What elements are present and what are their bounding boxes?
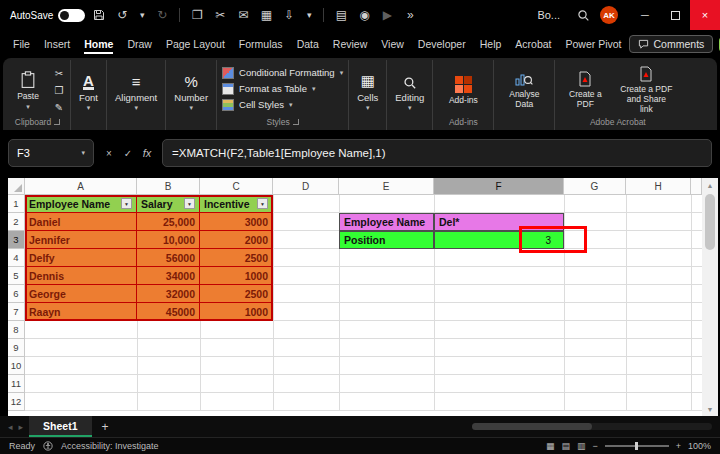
cells-area[interactable]: Employee Name ▼ Salary ▼ Incentive ▼ Dan… [25, 195, 702, 411]
cell-a7[interactable]: Raayn [25, 303, 137, 321]
cell-c7[interactable]: 1000 [200, 303, 273, 321]
horizontal-scrollbar-thumb[interactable] [472, 423, 592, 430]
toolbar-overflow-icon[interactable]: » [401, 4, 419, 26]
column-header-e[interactable]: E [339, 178, 434, 195]
qat-chevron-icon[interactable]: ▾ [303, 4, 315, 26]
zoom-level[interactable]: 100% [688, 441, 711, 451]
avatar[interactable]: AK [600, 6, 618, 24]
cell-a4[interactable]: Delfy [25, 249, 137, 267]
tab-page-layout[interactable]: Page Layout [159, 33, 232, 55]
row-header-10[interactable]: 10 [8, 357, 25, 375]
conditional-formatting-button[interactable]: Conditional Formatting ▾ [220, 66, 345, 80]
row-header-5[interactable]: 5 [8, 267, 25, 285]
row-header-1[interactable]: 1 [8, 195, 25, 213]
cell-c5[interactable]: 1000 [200, 267, 273, 285]
tab-review[interactable]: Review [326, 33, 374, 55]
search-icon[interactable] [574, 4, 592, 26]
cell-a6[interactable]: George [25, 285, 137, 303]
row-header-7[interactable]: 7 [8, 303, 25, 321]
formula-input[interactable]: =XMATCH(F2,Table1[Employee Name],1) [162, 139, 712, 167]
create-pdf-share-button[interactable]: Create a PDF and Share link [615, 62, 677, 114]
tab-power-pivot[interactable]: Power Pivot [559, 33, 629, 55]
column-header-h[interactable]: H [626, 178, 691, 195]
copy-icon[interactable]: ❐ [188, 4, 206, 26]
cells-dropdown[interactable]: ▦ Cells ▾ [352, 60, 383, 122]
styles-dialog-launcher[interactable] [293, 119, 299, 125]
cell-c6[interactable]: 2500 [200, 285, 273, 303]
cell-c1[interactable]: Incentive ▼ [200, 195, 273, 213]
filter-dropdown-icon[interactable]: ▼ [184, 198, 195, 209]
maximize-button[interactable] [660, 0, 690, 30]
select-all-corner[interactable] [8, 178, 25, 195]
tab-view[interactable]: View [374, 33, 411, 55]
cell-a5[interactable]: Dennis [25, 267, 137, 285]
download-icon[interactable]: ⇩ [280, 4, 298, 26]
tab-help[interactable]: Help [473, 33, 509, 55]
clipboard-dialog-launcher[interactable] [54, 119, 60, 125]
workbook-name[interactable]: Bo... [537, 9, 560, 21]
cell-e2[interactable]: Employee Name [339, 213, 434, 231]
tab-data[interactable]: Data [290, 33, 326, 55]
paste-button[interactable]: Paste ▾ [8, 67, 48, 111]
row-header-2[interactable]: 2 [8, 213, 25, 231]
tab-file[interactable]: File [6, 33, 37, 55]
autosave-toggle[interactable] [58, 9, 85, 22]
cell-b6[interactable]: 32000 [137, 285, 200, 303]
cell-e3[interactable]: Position [339, 231, 434, 249]
cell-c4[interactable]: 2500 [200, 249, 273, 267]
zoom-slider[interactable] [605, 445, 669, 447]
column-header-d[interactable]: D [273, 178, 339, 195]
cell-styles-button[interactable]: Cell Styles ▾ [220, 98, 345, 112]
filter-dropdown-icon[interactable]: ▼ [257, 198, 268, 209]
document-icon[interactable]: ▤ [332, 4, 350, 26]
row-header-12[interactable]: 12 [8, 393, 25, 411]
tab-formulas[interactable]: Formulas [232, 33, 290, 55]
add-sheet-button[interactable]: + [98, 420, 113, 434]
number-dropdown[interactable]: % Number ▾ [169, 60, 213, 122]
redo-icon[interactable]: ↻ [153, 4, 171, 26]
sheet-tab-sheet1[interactable]: Sheet1 [29, 416, 91, 437]
cell-a1[interactable]: Employee Name ▼ [25, 195, 137, 213]
format-painter-icon[interactable]: ✎ [51, 101, 67, 115]
camera-icon[interactable]: ◉ [355, 4, 373, 26]
horizontal-scrollbar[interactable] [472, 423, 712, 430]
cell-b4[interactable]: 56000 [137, 249, 200, 267]
cell-b5[interactable]: 34000 [137, 267, 200, 285]
cell-b2[interactable]: 25,000 [137, 213, 200, 231]
column-header-b[interactable]: B [137, 178, 200, 195]
cancel-entry-button[interactable]: × [100, 148, 118, 159]
mail-icon[interactable]: ✉ [234, 4, 252, 26]
row-header-8[interactable]: 8 [8, 321, 25, 339]
accessibility-status[interactable]: Accessibility: Investigate [61, 441, 159, 451]
cut-icon[interactable]: ✂ [51, 67, 67, 81]
vertical-scrollbar-thumb[interactable] [705, 194, 715, 250]
row-header-11[interactable]: 11 [8, 375, 25, 393]
name-box[interactable]: F3 ▾ [8, 139, 94, 167]
comments-button[interactable]: Comments [629, 35, 714, 53]
alignment-dropdown[interactable]: ≡ Alignment ▾ [110, 60, 162, 122]
tab-insert[interactable]: Insert [37, 33, 77, 55]
editing-dropdown[interactable]: Editing ▾ [390, 60, 429, 122]
column-header-g[interactable]: G [564, 178, 626, 195]
minimize-button[interactable]: ─ [630, 0, 660, 30]
tab-draw[interactable]: Draw [120, 33, 159, 55]
cell-a2[interactable]: Daniel [25, 213, 137, 231]
sheet-nav-left-icon[interactable]: ◂ [8, 422, 13, 432]
column-header-f[interactable]: F [434, 178, 564, 195]
zoom-in-icon[interactable]: + [676, 441, 681, 451]
create-pdf-button[interactable]: Create a PDF [558, 67, 612, 110]
zoom-out-icon[interactable]: − [592, 441, 597, 451]
cut-icon[interactable]: ✂ [211, 4, 229, 26]
save-icon[interactable] [90, 4, 108, 26]
column-header-a[interactable]: A [25, 178, 137, 195]
font-dropdown[interactable]: A Font ▾ [74, 60, 103, 122]
row-header-4[interactable]: 4 [8, 249, 25, 267]
column-header-c[interactable]: C [200, 178, 273, 195]
page-break-view-icon[interactable]: ▥ [577, 441, 586, 451]
close-button[interactable]: × [690, 0, 720, 30]
row-header-9[interactable]: 9 [8, 339, 25, 357]
copy-icon[interactable]: ❐ [51, 84, 67, 98]
row-header-3[interactable]: 3 [8, 231, 25, 249]
tab-developer[interactable]: Developer [411, 33, 473, 55]
table-grid-icon[interactable]: ▦ [257, 4, 275, 26]
